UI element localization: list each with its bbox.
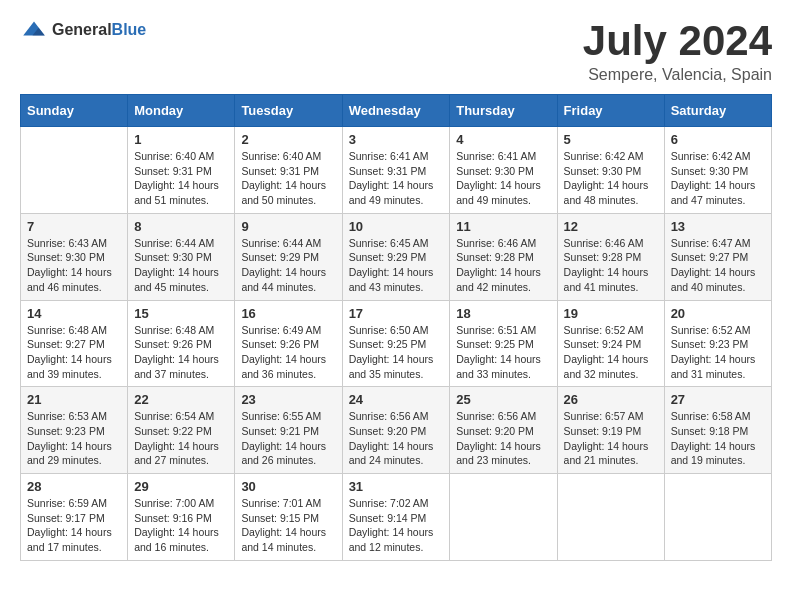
calendar-cell: 18Sunrise: 6:51 AM Sunset: 9:25 PM Dayli… bbox=[450, 300, 557, 387]
day-number: 6 bbox=[671, 132, 765, 147]
calendar-cell: 23Sunrise: 6:55 AM Sunset: 9:21 PM Dayli… bbox=[235, 387, 342, 474]
calendar-cell: 19Sunrise: 6:52 AM Sunset: 9:24 PM Dayli… bbox=[557, 300, 664, 387]
header: GeneralBlue July 2024 Sempere, Valencia,… bbox=[20, 20, 772, 84]
calendar-week: 21Sunrise: 6:53 AM Sunset: 9:23 PM Dayli… bbox=[21, 387, 772, 474]
calendar-cell: 29Sunrise: 7:00 AM Sunset: 9:16 PM Dayli… bbox=[128, 474, 235, 561]
header-row: SundayMondayTuesdayWednesdayThursdayFrid… bbox=[21, 95, 772, 127]
day-info: Sunrise: 6:48 AM Sunset: 9:26 PM Dayligh… bbox=[134, 323, 228, 382]
calendar-cell bbox=[450, 474, 557, 561]
day-number: 2 bbox=[241, 132, 335, 147]
day-number: 28 bbox=[27, 479, 121, 494]
day-info: Sunrise: 6:44 AM Sunset: 9:30 PM Dayligh… bbox=[134, 236, 228, 295]
day-number: 22 bbox=[134, 392, 228, 407]
calendar-cell: 14Sunrise: 6:48 AM Sunset: 9:27 PM Dayli… bbox=[21, 300, 128, 387]
calendar-cell: 28Sunrise: 6:59 AM Sunset: 9:17 PM Dayli… bbox=[21, 474, 128, 561]
day-info: Sunrise: 6:57 AM Sunset: 9:19 PM Dayligh… bbox=[564, 409, 658, 468]
calendar-cell: 27Sunrise: 6:58 AM Sunset: 9:18 PM Dayli… bbox=[664, 387, 771, 474]
day-number: 19 bbox=[564, 306, 658, 321]
logo-icon bbox=[20, 20, 48, 40]
day-number: 21 bbox=[27, 392, 121, 407]
day-info: Sunrise: 6:50 AM Sunset: 9:25 PM Dayligh… bbox=[349, 323, 444, 382]
header-day: Monday bbox=[128, 95, 235, 127]
day-number: 12 bbox=[564, 219, 658, 234]
day-info: Sunrise: 6:42 AM Sunset: 9:30 PM Dayligh… bbox=[671, 149, 765, 208]
day-info: Sunrise: 6:52 AM Sunset: 9:23 PM Dayligh… bbox=[671, 323, 765, 382]
day-number: 24 bbox=[349, 392, 444, 407]
logo: GeneralBlue bbox=[20, 20, 146, 40]
day-number: 4 bbox=[456, 132, 550, 147]
day-number: 9 bbox=[241, 219, 335, 234]
calendar-cell bbox=[664, 474, 771, 561]
day-info: Sunrise: 7:00 AM Sunset: 9:16 PM Dayligh… bbox=[134, 496, 228, 555]
day-number: 8 bbox=[134, 219, 228, 234]
day-info: Sunrise: 6:45 AM Sunset: 9:29 PM Dayligh… bbox=[349, 236, 444, 295]
calendar-week: 14Sunrise: 6:48 AM Sunset: 9:27 PM Dayli… bbox=[21, 300, 772, 387]
day-info: Sunrise: 6:52 AM Sunset: 9:24 PM Dayligh… bbox=[564, 323, 658, 382]
day-info: Sunrise: 6:51 AM Sunset: 9:25 PM Dayligh… bbox=[456, 323, 550, 382]
day-number: 25 bbox=[456, 392, 550, 407]
calendar-cell: 8Sunrise: 6:44 AM Sunset: 9:30 PM Daylig… bbox=[128, 213, 235, 300]
day-info: Sunrise: 7:01 AM Sunset: 9:15 PM Dayligh… bbox=[241, 496, 335, 555]
calendar-cell: 16Sunrise: 6:49 AM Sunset: 9:26 PM Dayli… bbox=[235, 300, 342, 387]
day-info: Sunrise: 6:49 AM Sunset: 9:26 PM Dayligh… bbox=[241, 323, 335, 382]
calendar-cell: 4Sunrise: 6:41 AM Sunset: 9:30 PM Daylig… bbox=[450, 127, 557, 214]
calendar-cell: 11Sunrise: 6:46 AM Sunset: 9:28 PM Dayli… bbox=[450, 213, 557, 300]
title-section: July 2024 Sempere, Valencia, Spain bbox=[583, 20, 772, 84]
calendar-cell bbox=[557, 474, 664, 561]
day-info: Sunrise: 6:44 AM Sunset: 9:29 PM Dayligh… bbox=[241, 236, 335, 295]
day-number: 30 bbox=[241, 479, 335, 494]
day-number: 16 bbox=[241, 306, 335, 321]
day-info: Sunrise: 6:46 AM Sunset: 9:28 PM Dayligh… bbox=[564, 236, 658, 295]
day-number: 1 bbox=[134, 132, 228, 147]
day-info: Sunrise: 6:48 AM Sunset: 9:27 PM Dayligh… bbox=[27, 323, 121, 382]
calendar-cell: 21Sunrise: 6:53 AM Sunset: 9:23 PM Dayli… bbox=[21, 387, 128, 474]
day-number: 20 bbox=[671, 306, 765, 321]
logo-general: General bbox=[52, 21, 112, 38]
day-number: 14 bbox=[27, 306, 121, 321]
day-info: Sunrise: 6:43 AM Sunset: 9:30 PM Dayligh… bbox=[27, 236, 121, 295]
calendar-cell: 5Sunrise: 6:42 AM Sunset: 9:30 PM Daylig… bbox=[557, 127, 664, 214]
calendar-cell: 15Sunrise: 6:48 AM Sunset: 9:26 PM Dayli… bbox=[128, 300, 235, 387]
calendar-cell: 20Sunrise: 6:52 AM Sunset: 9:23 PM Dayli… bbox=[664, 300, 771, 387]
calendar-cell: 3Sunrise: 6:41 AM Sunset: 9:31 PM Daylig… bbox=[342, 127, 450, 214]
day-info: Sunrise: 6:53 AM Sunset: 9:23 PM Dayligh… bbox=[27, 409, 121, 468]
calendar-cell: 6Sunrise: 6:42 AM Sunset: 9:30 PM Daylig… bbox=[664, 127, 771, 214]
day-number: 13 bbox=[671, 219, 765, 234]
calendar-cell: 1Sunrise: 6:40 AM Sunset: 9:31 PM Daylig… bbox=[128, 127, 235, 214]
calendar-week: 28Sunrise: 6:59 AM Sunset: 9:17 PM Dayli… bbox=[21, 474, 772, 561]
day-info: Sunrise: 6:58 AM Sunset: 9:18 PM Dayligh… bbox=[671, 409, 765, 468]
day-info: Sunrise: 6:41 AM Sunset: 9:30 PM Dayligh… bbox=[456, 149, 550, 208]
logo-blue: Blue bbox=[112, 21, 147, 38]
day-info: Sunrise: 7:02 AM Sunset: 9:14 PM Dayligh… bbox=[349, 496, 444, 555]
day-number: 11 bbox=[456, 219, 550, 234]
calendar-cell: 24Sunrise: 6:56 AM Sunset: 9:20 PM Dayli… bbox=[342, 387, 450, 474]
calendar-cell: 31Sunrise: 7:02 AM Sunset: 9:14 PM Dayli… bbox=[342, 474, 450, 561]
calendar-cell: 2Sunrise: 6:40 AM Sunset: 9:31 PM Daylig… bbox=[235, 127, 342, 214]
day-info: Sunrise: 6:46 AM Sunset: 9:28 PM Dayligh… bbox=[456, 236, 550, 295]
day-number: 7 bbox=[27, 219, 121, 234]
day-info: Sunrise: 6:55 AM Sunset: 9:21 PM Dayligh… bbox=[241, 409, 335, 468]
day-number: 10 bbox=[349, 219, 444, 234]
day-number: 23 bbox=[241, 392, 335, 407]
day-number: 27 bbox=[671, 392, 765, 407]
calendar-cell: 13Sunrise: 6:47 AM Sunset: 9:27 PM Dayli… bbox=[664, 213, 771, 300]
header-day: Wednesday bbox=[342, 95, 450, 127]
day-info: Sunrise: 6:56 AM Sunset: 9:20 PM Dayligh… bbox=[456, 409, 550, 468]
day-info: Sunrise: 6:56 AM Sunset: 9:20 PM Dayligh… bbox=[349, 409, 444, 468]
day-number: 29 bbox=[134, 479, 228, 494]
subtitle: Sempere, Valencia, Spain bbox=[583, 66, 772, 84]
calendar-week: 7Sunrise: 6:43 AM Sunset: 9:30 PM Daylig… bbox=[21, 213, 772, 300]
header-day: Thursday bbox=[450, 95, 557, 127]
calendar-cell: 12Sunrise: 6:46 AM Sunset: 9:28 PM Dayli… bbox=[557, 213, 664, 300]
calendar-cell: 9Sunrise: 6:44 AM Sunset: 9:29 PM Daylig… bbox=[235, 213, 342, 300]
day-info: Sunrise: 6:47 AM Sunset: 9:27 PM Dayligh… bbox=[671, 236, 765, 295]
calendar-cell: 17Sunrise: 6:50 AM Sunset: 9:25 PM Dayli… bbox=[342, 300, 450, 387]
calendar-cell: 22Sunrise: 6:54 AM Sunset: 9:22 PM Dayli… bbox=[128, 387, 235, 474]
calendar-cell: 26Sunrise: 6:57 AM Sunset: 9:19 PM Dayli… bbox=[557, 387, 664, 474]
day-number: 17 bbox=[349, 306, 444, 321]
calendar-cell: 25Sunrise: 6:56 AM Sunset: 9:20 PM Dayli… bbox=[450, 387, 557, 474]
calendar-cell bbox=[21, 127, 128, 214]
day-number: 3 bbox=[349, 132, 444, 147]
day-number: 18 bbox=[456, 306, 550, 321]
day-info: Sunrise: 6:40 AM Sunset: 9:31 PM Dayligh… bbox=[241, 149, 335, 208]
